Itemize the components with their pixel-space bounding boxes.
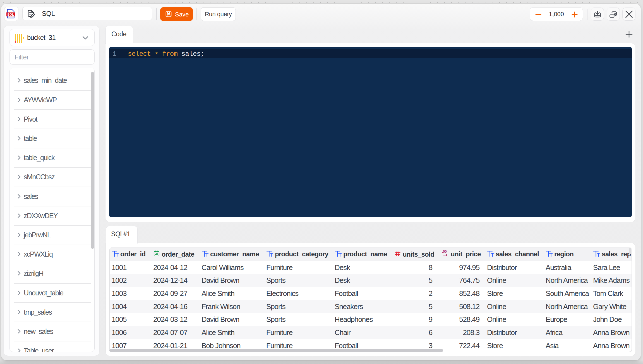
svg-text:SQL: SQL — [7, 13, 14, 16]
svg-text:.00: .00 — [442, 250, 447, 254]
